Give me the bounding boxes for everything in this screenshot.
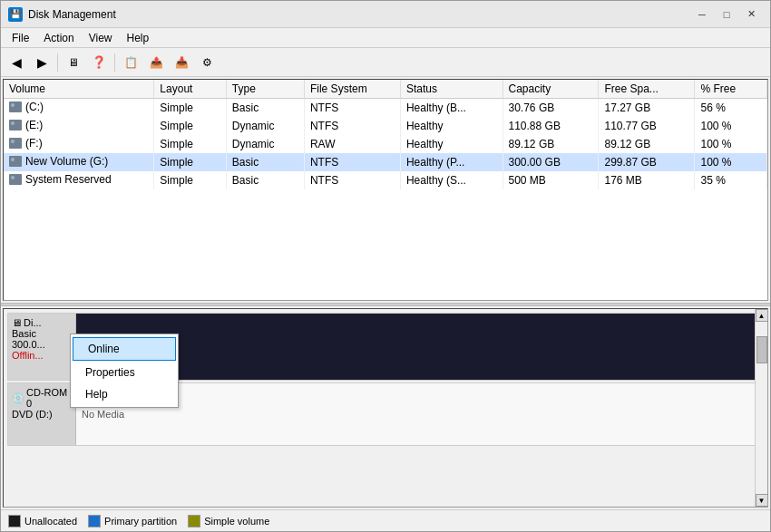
cell-type: Dynamic [226, 117, 304, 135]
cell-filesystem: NTFS [304, 171, 400, 189]
col-header-percentfree[interactable]: % Free [695, 80, 767, 99]
cell-freespace: 299.87 GB [599, 153, 695, 171]
main-window: 💾 Disk Management ─ □ ✕ File Action View… [0, 0, 771, 532]
back-button[interactable]: ◀ [5, 52, 28, 73]
cell-layout: Simple [154, 117, 226, 135]
table-row[interactable]: (F:) Simple Dynamic RAW Healthy 89.12 GB… [4, 135, 767, 153]
toolbar: ◀ ▶ 🖥 ❓ 📋 📤 📥 ⚙ [1, 48, 770, 77]
cell-layout: Simple [154, 171, 226, 189]
legend-simple: Simple volume [188, 515, 269, 527]
cdrom-status: No Media [82, 409, 124, 420]
cdrom-drive: DVD (D:) [12, 409, 72, 420]
disk-0-label: 🖥 Di... Basic 300.0... Offlin... [8, 314, 76, 380]
legend-unallocated: Unallocated [8, 515, 77, 527]
volume-panel[interactable]: Volume Layout Type File System Status Ca… [3, 79, 768, 301]
cdrom-label: 💿 CD-ROM 0 DVD (D:) [8, 383, 76, 445]
disk-row-0[interactable]: 🖥 Di... Basic 300.0... Offlin... Online [7, 313, 764, 381]
legend-label-primary: Primary partition [104, 516, 177, 527]
cell-type: Basic [226, 171, 304, 189]
scrollbar-thumb[interactable] [756, 336, 767, 363]
col-header-filesystem[interactable]: File System [304, 80, 400, 99]
toolbar-btn-copy[interactable]: 📋 [119, 52, 142, 73]
cell-layout: Simple [154, 99, 226, 118]
col-header-freespace[interactable]: Free Spa... [599, 80, 695, 99]
cell-percentfree: 100 % [695, 117, 767, 135]
col-header-layout[interactable]: Layout [154, 80, 226, 99]
main-area: Volume Layout Type File System Status Ca… [1, 77, 770, 531]
scroll-down-arrow[interactable]: ▼ [756, 494, 768, 507]
disk-panel-scrollbar[interactable]: ▲ ▼ [755, 309, 767, 507]
cell-volume: New Volume (G:) [4, 153, 154, 171]
menu-file[interactable]: File [5, 30, 36, 46]
cell-capacity: 500 MB [503, 171, 599, 189]
disk-0-type: Basic [12, 328, 72, 339]
cell-status: Healthy (B... [400, 99, 503, 118]
menu-view[interactable]: View [82, 30, 120, 46]
disk-0-status: Offlin... [12, 350, 72, 361]
table-row[interactable]: New Volume (G:) Simple Basic NTFS Health… [4, 153, 767, 171]
legend-primary: Primary partition [88, 515, 177, 527]
context-menu-help[interactable]: Help [71, 383, 178, 405]
legend-label-unallocated: Unallocated [24, 516, 77, 527]
cell-capacity: 110.88 GB [503, 117, 599, 135]
legend-color-unallocated [8, 515, 21, 527]
minimize-button[interactable]: ─ [690, 5, 714, 24]
table-row[interactable]: System Reserved Simple Basic NTFS Health… [4, 171, 767, 189]
cdrom-content: No Media [76, 383, 763, 445]
cell-filesystem: NTFS [304, 117, 400, 135]
cell-filesystem: NTFS [304, 153, 400, 171]
cell-status: Healthy (S... [400, 171, 503, 189]
toolbar-btn-export[interactable]: 📤 [144, 52, 168, 73]
cell-filesystem: NTFS [304, 99, 400, 118]
legend-label-simple: Simple volume [204, 516, 269, 527]
window-controls: ─ □ ✕ [690, 5, 763, 24]
menu-bar: File Action View Help [1, 28, 770, 48]
cell-capacity: 30.76 GB [503, 99, 599, 118]
scroll-up-arrow[interactable]: ▲ [756, 309, 768, 322]
disk-0-content [76, 314, 763, 380]
menu-help[interactable]: Help [120, 30, 157, 46]
app-icon: 💾 [8, 7, 23, 22]
col-header-status[interactable]: Status [400, 80, 503, 99]
cell-status: Healthy [400, 135, 503, 153]
toolbar-separator-2 [114, 53, 115, 72]
toolbar-separator-1 [57, 53, 58, 72]
col-header-capacity[interactable]: Capacity [503, 80, 599, 99]
disk-0-partition [76, 314, 763, 380]
toolbar-btn-import[interactable]: 📥 [170, 52, 193, 73]
disk-panel: 🖥 Di... Basic 300.0... Offlin... Online [3, 308, 768, 508]
context-menu-online[interactable]: Online [73, 337, 176, 361]
cell-layout: Simple [154, 153, 226, 171]
toolbar-btn-help[interactable]: ❓ [87, 52, 111, 73]
cell-type: Basic [226, 99, 304, 118]
cell-filesystem: RAW [304, 135, 400, 153]
col-header-volume[interactable]: Volume [4, 80, 154, 99]
forward-button[interactable]: ▶ [30, 52, 54, 73]
cell-freespace: 110.77 GB [599, 117, 695, 135]
menu-action[interactable]: Action [36, 30, 81, 46]
disk-panel-inner[interactable]: 🖥 Di... Basic 300.0... Offlin... Online [7, 313, 764, 503]
cell-layout: Simple [154, 135, 226, 153]
context-menu-properties[interactable]: Properties [71, 362, 178, 383]
close-button[interactable]: ✕ [739, 5, 763, 24]
table-row[interactable]: (E:) Simple Dynamic NTFS Healthy 110.88 … [4, 117, 767, 135]
table-row[interactable]: (C:) Simple Basic NTFS Healthy (B... 30.… [4, 99, 767, 118]
disk-icon-row: 🖥 Di... [12, 317, 72, 328]
cdrom-icon-row: 💿 CD-ROM 0 [12, 387, 72, 409]
toolbar-btn-settings[interactable]: ⚙ [195, 52, 219, 73]
cell-freespace: 17.27 GB [599, 99, 695, 118]
toolbar-btn-display[interactable]: 🖥 [62, 52, 85, 73]
cell-volume: System Reserved [4, 171, 154, 189]
cell-type: Dynamic [226, 135, 304, 153]
col-header-type[interactable]: Type [226, 80, 304, 99]
disk-0-size: 300.0... [12, 339, 72, 350]
panel-divider[interactable] [1, 303, 770, 306]
cell-freespace: 89.12 GB [599, 135, 695, 153]
maximize-button[interactable]: □ [715, 5, 738, 24]
cell-freespace: 176 MB [599, 171, 695, 189]
cell-volume: (E:) [4, 117, 154, 135]
cell-percentfree: 100 % [695, 153, 767, 171]
cell-status: Healthy [400, 117, 503, 135]
cell-status: Healthy (P... [400, 153, 503, 171]
legend-color-simple [188, 515, 200, 527]
